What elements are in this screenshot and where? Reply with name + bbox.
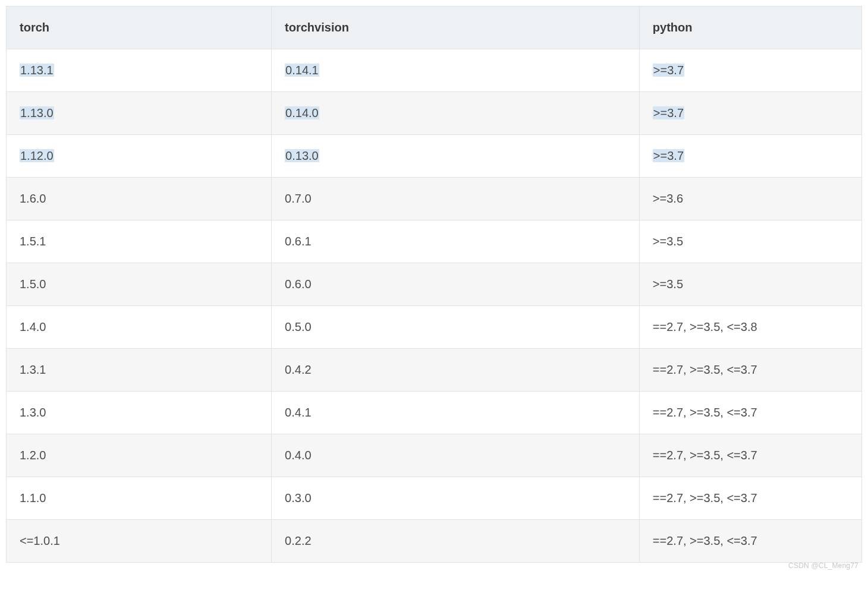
cell-python: >=3.5 xyxy=(639,220,861,263)
highlighted-text: 1.12.0 xyxy=(20,149,54,162)
cell-python: ==2.7, >=3.5, <=3.7 xyxy=(639,349,861,392)
version-compatibility-table: torch torchvision python 1.13.10.14.1>=3… xyxy=(6,6,862,563)
table-row: 1.13.10.14.1>=3.7 xyxy=(7,49,862,92)
cell-torchvision: 0.6.0 xyxy=(272,263,640,306)
col-header-torchvision: torchvision xyxy=(272,7,640,49)
table-row: 1.4.00.5.0==2.7, >=3.5, <=3.8 xyxy=(7,306,862,349)
highlighted-text: 1.13.1 xyxy=(20,64,54,77)
cell-python: ==2.7, >=3.5, <=3.7 xyxy=(639,520,861,563)
table-row: 1.1.00.3.0==2.7, >=3.5, <=3.7 xyxy=(7,477,862,520)
highlighted-text: 1.13.0 xyxy=(20,106,54,119)
table-row: 1.3.10.4.2==2.7, >=3.5, <=3.7 xyxy=(7,349,862,392)
table-row: 1.2.00.4.0==2.7, >=3.5, <=3.7 xyxy=(7,434,862,477)
cell-python: ==2.7, >=3.5, <=3.7 xyxy=(639,392,861,434)
highlighted-text: >=3.7 xyxy=(653,64,684,77)
cell-torchvision: 0.13.0 xyxy=(272,135,640,178)
cell-python: >=3.5 xyxy=(639,263,861,306)
cell-python: >=3.7 xyxy=(639,135,861,178)
cell-torchvision: 0.4.0 xyxy=(272,434,640,477)
cell-torch: 1.3.1 xyxy=(7,349,272,392)
cell-torch: 1.1.0 xyxy=(7,477,272,520)
cell-torch: 1.13.1 xyxy=(7,49,272,92)
cell-torch: 1.13.0 xyxy=(7,92,272,135)
cell-python: >=3.7 xyxy=(639,92,861,135)
cell-torch: <=1.0.1 xyxy=(7,520,272,563)
cell-torchvision: 0.4.1 xyxy=(272,392,640,434)
cell-torch: 1.12.0 xyxy=(7,135,272,178)
highlighted-text: >=3.7 xyxy=(653,149,684,162)
cell-torch: 1.6.0 xyxy=(7,178,272,220)
col-header-torch: torch xyxy=(7,7,272,49)
highlighted-text: 0.14.1 xyxy=(285,64,319,77)
table-row: 1.12.00.13.0>=3.7 xyxy=(7,135,862,178)
cell-torch: 1.5.0 xyxy=(7,263,272,306)
cell-python: >=3.7 xyxy=(639,49,861,92)
cell-torchvision: 0.14.1 xyxy=(272,49,640,92)
highlighted-text: >=3.7 xyxy=(653,106,684,119)
cell-torchvision: 0.4.2 xyxy=(272,349,640,392)
cell-torchvision: 0.6.1 xyxy=(272,220,640,263)
table-row: <=1.0.10.2.2==2.7, >=3.5, <=3.7 xyxy=(7,520,862,563)
highlighted-text: 0.14.0 xyxy=(285,106,319,119)
cell-python: ==2.7, >=3.5, <=3.7 xyxy=(639,434,861,477)
cell-torchvision: 0.2.2 xyxy=(272,520,640,563)
cell-torch: 1.3.0 xyxy=(7,392,272,434)
col-header-python: python xyxy=(639,7,861,49)
table-row: 1.5.00.6.0>=3.5 xyxy=(7,263,862,306)
table-row: 1.3.00.4.1==2.7, >=3.5, <=3.7 xyxy=(7,392,862,434)
cell-torch: 1.5.1 xyxy=(7,220,272,263)
cell-torchvision: 0.14.0 xyxy=(272,92,640,135)
table-row: 1.6.00.7.0>=3.6 xyxy=(7,178,862,220)
table-row: 1.13.00.14.0>=3.7 xyxy=(7,92,862,135)
table-body: 1.13.10.14.1>=3.71.13.00.14.0>=3.71.12.0… xyxy=(7,49,862,563)
cell-python: ==2.7, >=3.5, <=3.8 xyxy=(639,306,861,349)
cell-torchvision: 0.5.0 xyxy=(272,306,640,349)
table-header-row: torch torchvision python xyxy=(7,7,862,49)
table-row: 1.5.10.6.1>=3.5 xyxy=(7,220,862,263)
cell-torch: 1.4.0 xyxy=(7,306,272,349)
watermark: CSDN @CL_Meng77 xyxy=(6,561,862,570)
cell-torchvision: 0.7.0 xyxy=(272,178,640,220)
cell-python: >=3.6 xyxy=(639,178,861,220)
cell-torchvision: 0.3.0 xyxy=(272,477,640,520)
cell-torch: 1.2.0 xyxy=(7,434,272,477)
cell-python: ==2.7, >=3.5, <=3.7 xyxy=(639,477,861,520)
highlighted-text: 0.13.0 xyxy=(285,149,319,162)
